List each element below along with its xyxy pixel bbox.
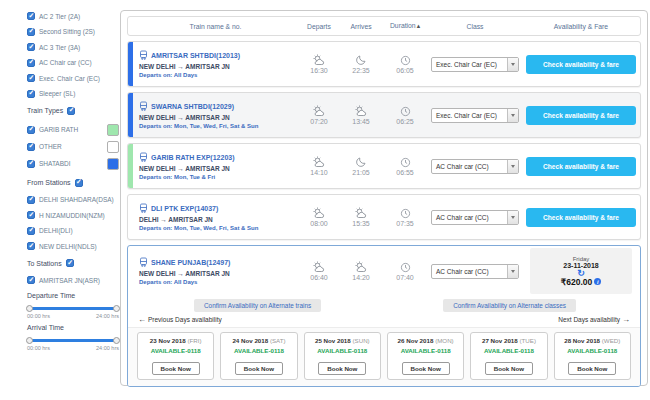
slider-handle-min[interactable] [26,305,33,312]
filter-ac-chair-car[interactable]: AC Chair car (CC) [27,59,119,67]
header-availability: Availability & Fare [522,23,640,30]
slider-handle-min[interactable] [26,337,33,344]
train-route: NEW DELHI → AMRITSAR JN [139,165,298,172]
checkbox-checked-icon[interactable] [27,143,35,151]
arrival-time-slider[interactable] [27,336,119,344]
clock-icon [400,207,411,219]
header-duration-sort[interactable]: Duration [382,22,428,30]
checkbox-checked-icon[interactable] [27,43,35,51]
availability-status: AVAILABLE-0118 [221,347,296,354]
check-availability-button[interactable]: Check availability & fare [526,208,636,227]
checkbox-checked-icon[interactable] [27,227,35,235]
train-row-expanded: SHANE PUNJAB(12497) NEW DELHI → AMRITSAR… [127,245,641,387]
checkbox-checked-icon[interactable] [27,160,35,168]
book-now-button[interactable]: Book Now [235,362,283,375]
check-availability-button[interactable]: Check availability & fare [526,55,636,74]
book-now-button[interactable]: Book Now [152,362,200,375]
departure-time-slider[interactable] [27,304,119,312]
book-now-button[interactable]: Book Now [318,362,366,375]
depart-time: 16:30 [310,67,328,74]
fare-box: Friday 23-11-2018 ₹620.00i [530,248,632,294]
refresh-icon[interactable] [577,269,585,277]
to-station-amritsar[interactable]: AMRITSAR JN(ASR) [27,276,119,284]
slider-handle-max[interactable] [113,337,120,344]
checkbox-checked-icon[interactable] [27,90,35,98]
filter-second-sitting[interactable]: Second Sitting (2S) [27,28,119,36]
chevron-down-icon[interactable] [507,58,518,71]
slider-track [29,339,117,342]
day-availability-card: 24 Nov 2018 (SAT) AVAILABLE-0118 Book No… [220,332,297,380]
train-row: AMRITSAR SHTBDI(12013) NEW DELHI → AMRIT… [127,41,641,87]
chevron-down-icon[interactable] [507,265,518,278]
train-row: SWARNA SHTBDI(12029) NEW DELHI → AMRITSA… [127,92,641,138]
train-run-days: Departs on: All Days [139,279,298,285]
filter-ac-3-tier[interactable]: AC 3 Tier (3A) [27,43,119,51]
other-color-swatch [107,141,119,153]
check-availability-button[interactable]: Check availability & fare [526,106,636,125]
check-availability-button[interactable]: Check availability & fare [526,157,636,176]
from-station-new-delhi[interactable]: NEW DELHI(NDLS) [27,242,119,250]
garib-rath-color-swatch [107,124,119,136]
chevron-down-icon[interactable] [507,211,518,224]
chevron-down-icon[interactable] [507,160,518,173]
depart-weather-icon [312,54,326,66]
class-select[interactable]: Exec. Chair Car (EC) [431,57,519,72]
checkbox-checked-icon[interactable] [66,259,74,267]
class-select[interactable]: AC Chair car (CC) [431,264,519,279]
train-name: AMRITSAR SHTBDI(12013) [151,52,240,59]
arrival-time-filter: Arrival Time 00:00 hrs24:00 hrs [27,324,119,351]
slider-handle-max[interactable] [113,305,120,312]
previous-days-link[interactable]: ←Previous Days availability [138,315,222,324]
checkbox-checked-icon[interactable] [27,211,35,219]
train-name: SWARNA SHTBDI(12029) [151,103,234,110]
checkbox-checked-icon[interactable] [27,12,35,20]
checkbox-checked-icon[interactable] [27,59,35,67]
class-select[interactable]: AC Chair car (CC) [431,210,519,225]
checkbox-checked-icon[interactable] [67,107,75,115]
train-name: DLI PTK EXP(14037) [151,205,218,212]
checkbox-checked-icon[interactable] [75,179,83,187]
header-class: Class [428,23,522,30]
train-name: SHANE PUNJAB(12497) [151,259,230,266]
class-select[interactable]: Exec. Chair Car (EC) [431,108,519,123]
next-days-link[interactable]: Next Days availability→ [558,315,630,324]
availability-status: AVAILABLE-0118 [471,347,546,354]
availability-status: AVAILABLE-0118 [305,347,380,354]
book-now-button[interactable]: Book Now [485,362,533,375]
checkbox-checked-icon[interactable] [27,242,35,250]
from-station-delhi-shahdara[interactable]: DELHI SHAHDARA(DSA) [27,196,119,204]
chevron-down-icon[interactable] [507,109,518,122]
clock-icon [400,156,411,168]
class-select[interactable]: AC Chair car (CC) [431,159,519,174]
checkbox-checked-icon[interactable] [27,28,35,36]
slider-min-label: 00:00 hrs [27,313,50,319]
depart-time: 14:10 [310,169,328,176]
day-availability-card: 25 Nov 2018 (SUN) AVAILABLE-0118 Book No… [304,332,381,380]
info-icon[interactable]: i [594,278,601,285]
checkbox-checked-icon[interactable] [27,126,35,134]
depart-weather-icon [312,105,326,117]
confirm-alternate-classes-button[interactable]: Confirm Availability on Alternate classe… [443,299,576,312]
clock-icon [400,54,411,66]
book-now-button[interactable]: Book Now [402,362,450,375]
from-station-delhi[interactable]: DELHI(DLI) [27,227,119,235]
checkbox-checked-icon[interactable] [27,196,35,204]
confirm-alternate-trains-button[interactable]: Confirm Availability on Alternate trains [194,299,321,312]
book-now-button[interactable]: Book Now [568,362,616,375]
train-route: NEW DELHI → AMRITSAR JN [139,63,298,70]
depart-weather-icon [312,207,326,219]
checkbox-checked-icon[interactable] [27,276,35,284]
from-stations-section-header: From Stations [27,179,119,187]
filter-sleeper[interactable]: Sleeper (SL) [27,90,119,98]
train-run-days: Departs on: Mon, Tue, Wed, Fri, Sat & Su… [139,123,298,129]
shatabdi-color-swatch [107,158,119,170]
checkbox-checked-icon[interactable] [27,74,35,82]
day-availability-card: 23 Nov 2018 (FRI) AVAILABLE-0118 Book No… [137,332,214,380]
from-station-h-nizamuddin[interactable]: H NIZAMUDDIN(NZM) [27,211,119,219]
train-type-other: OTHER [27,141,119,153]
train-icon [139,257,148,268]
filter-exec-chair-car[interactable]: Exec. Chair Car (EC) [27,74,119,82]
table-header: Train name & no. Departs Arrives Duratio… [127,16,641,36]
filter-ac-2-tier[interactable]: AC 2 Tier (2A) [27,12,119,20]
train-run-days: Departs on: Mon, Tue & Fri [139,174,298,180]
